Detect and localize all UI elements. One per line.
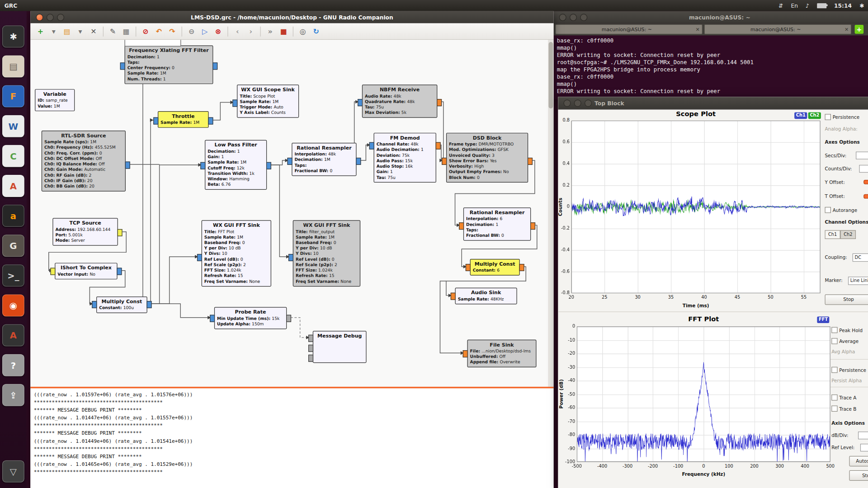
input-port-gray[interactable] <box>308 335 313 342</box>
flowgraph-block-probe-rate[interactable]: Probe RateMin Update Time (ms): 15kUpdat… <box>214 307 287 329</box>
output-port-blue[interactable] <box>208 117 213 125</box>
output-port-orange[interactable] <box>437 99 442 106</box>
input-port-blue[interactable] <box>358 99 363 106</box>
print-button[interactable]: ▦ <box>121 26 132 37</box>
flowgraph-block-multiply-const-2[interactable]: Multiply ConstConstant: 6 <box>470 259 520 276</box>
trash-icon[interactable]: ▽ <box>2 460 24 483</box>
terminal-tab-2[interactable]: macunion@ASUS: ~ ✕ <box>704 24 852 34</box>
network-arrows-icon[interactable]: ⇵ <box>778 3 783 9</box>
canvas-vscrollbar[interactable] <box>548 40 553 387</box>
input-port-blue[interactable] <box>369 142 374 150</box>
input-port-blue[interactable] <box>197 254 202 261</box>
flowgraph-block-wx-gui-scope-sink[interactable]: WX GUI Scope SinkTitle: Scope PlotSample… <box>237 84 299 117</box>
input-port-blue[interactable] <box>288 158 292 165</box>
back-button[interactable]: ‹ <box>232 26 243 37</box>
db-div-input[interactable] <box>858 432 868 439</box>
output-port-orange[interactable] <box>436 142 441 150</box>
output-port-orange[interactable] <box>528 158 533 165</box>
input-port-orange[interactable] <box>466 264 471 271</box>
ch1-legend-badge[interactable]: Ch1 <box>794 113 807 119</box>
new-dropdown-icon[interactable]: ▾ <box>48 26 59 37</box>
terminal-output[interactable]: base_rx: c0ff0000mmap()ERROR writing to … <box>553 35 868 99</box>
trace-a-checkbox[interactable]: Trace A <box>831 394 856 400</box>
generate-button[interactable]: ▷ <box>199 26 210 37</box>
tab-close-icon[interactable]: ✕ <box>844 27 849 32</box>
audio-app-icon[interactable]: A <box>2 324 24 347</box>
input-port-orange[interactable] <box>442 158 447 165</box>
flowgraph-connection[interactable] <box>147 120 153 304</box>
flowgraph-connection[interactable] <box>147 165 202 304</box>
flowgraph-block-rational-resampler-1[interactable]: Rational ResamplerInterpolation: 48kDeci… <box>292 143 356 176</box>
session-menu-icon[interactable]: ✱ <box>859 3 864 9</box>
flowgraph-block-tcp-source[interactable]: TCP SourceAddress: 192.168.60.144Port: 5… <box>52 218 118 245</box>
new-tab-button[interactable]: + <box>855 25 864 34</box>
fft-persistence-checkbox[interactable]: Persistence <box>831 367 866 373</box>
output-port-orange[interactable] <box>530 222 535 230</box>
output-port-orange[interactable] <box>519 264 524 271</box>
flowgraph-block-audio-sink[interactable]: Audio SinkSample Rate: 48KHz <box>455 288 517 305</box>
output-port-yellow[interactable] <box>118 229 123 236</box>
input-port-blue[interactable] <box>288 254 293 261</box>
undo-button[interactable]: ↶ <box>153 26 164 37</box>
output-port-blue[interactable] <box>117 268 122 275</box>
kill-button[interactable]: ■ <box>278 26 289 37</box>
grc-titlebar[interactable]: LMS-DSD.grc - /home/macunion/Desktop - G… <box>30 11 553 23</box>
input-port-orange[interactable] <box>451 293 456 300</box>
input-port-gray[interactable] <box>308 345 313 352</box>
input-port-gray[interactable] <box>308 355 313 362</box>
flowgraph-block-variable[interactable]: VariableID: samp_rateValue: 1M <box>35 89 75 111</box>
terminal-icon[interactable]: >_ <box>2 264 24 286</box>
amazon-icon[interactable]: a <box>2 205 24 227</box>
find-button[interactable]: ◎ <box>297 26 308 37</box>
flowgraph-block-file-sink[interactable]: File SinkFile: ...nion/Desktop/dsd-lmsUn… <box>467 340 536 367</box>
flowgraph-block-wx-gui-fft-sink-1[interactable]: WX GUI FFT SinkTitle: FFT PlotSample Rat… <box>202 220 271 286</box>
minimize-window-icon[interactable] <box>47 14 54 21</box>
flowgraph-block-ishort-to-complex[interactable]: IShort To ComplexVector Input: No <box>55 263 117 280</box>
flowgraph-block-wx-gui-fft-sink-2[interactable]: WX GUI FFT SinkTitle: filter_outputSampl… <box>293 220 360 286</box>
minimize-window-icon[interactable] <box>574 99 581 107</box>
new-flowgraph-button[interactable]: + <box>35 26 46 37</box>
counts-div-input[interactable] <box>859 165 868 173</box>
close-window-icon[interactable] <box>564 99 571 107</box>
input-port-blue[interactable] <box>210 315 215 322</box>
fft-legend-badge[interactable]: FFT <box>817 316 829 323</box>
open-dropdown-icon[interactable]: ▾ <box>75 26 85 37</box>
terminal-titlebar[interactable]: macunion@ASUS: ~ <box>553 11 868 23</box>
flowgraph-block-low-pass-filter[interactable]: Low Pass FilterDecimation: 1Gain: 1Sampl… <box>205 140 267 190</box>
impress-icon[interactable]: A <box>2 175 24 197</box>
input-port-orange[interactable] <box>463 350 468 357</box>
input-port-blue[interactable] <box>232 99 237 107</box>
peak-hold-checkbox[interactable]: Peak Hold <box>831 327 863 333</box>
input-port-blue[interactable] <box>200 162 205 169</box>
flowgraph-block-dsd-block[interactable]: DSD BlockFrame type: DMR/MOTOTRBOMod. Op… <box>446 133 528 183</box>
scope-stop-button[interactable]: Stop <box>825 294 868 305</box>
terminal-tab-1[interactable]: macunion@ASUS: ~ ✕ <box>555 24 703 34</box>
forward-button[interactable]: › <box>245 26 256 37</box>
scope-tab-ch2[interactable]: Ch2 <box>840 230 856 239</box>
scope-tab-ch1[interactable]: Ch1 <box>825 230 840 239</box>
files-icon[interactable]: ▤ <box>2 55 24 77</box>
flowgraph-connection[interactable] <box>437 102 443 160</box>
flowgraph-canvas[interactable]: VariableID: samp_rateValue: 1MFrequency … <box>30 40 548 387</box>
flowgraph-block-rtl-sdr-source[interactable]: RTL-SDR SourceSample Rate (sps): 1MCh0: … <box>42 131 126 192</box>
gimp-icon[interactable]: G <box>2 235 24 257</box>
tab-close-icon[interactable]: ✕ <box>696 27 700 32</box>
battery-icon[interactable] <box>817 3 826 8</box>
output-port-blue[interactable] <box>125 162 130 169</box>
input-port-blue[interactable] <box>92 301 97 308</box>
errors-button[interactable]: ⊘ <box>140 26 151 37</box>
sound-icon[interactable]: ♪ <box>806 3 809 9</box>
usb-drive-icon[interactable]: ⇪ <box>2 384 24 406</box>
t-offset-slider[interactable] <box>863 194 868 199</box>
ch2-legend-badge[interactable]: Ch2 <box>808 113 821 119</box>
open-button[interactable]: ▤ <box>61 26 72 37</box>
input-port-blue[interactable] <box>120 62 125 70</box>
input-port-yellow[interactable] <box>50 268 55 275</box>
close-button[interactable]: ✕ <box>88 26 99 37</box>
autoscale-button[interactable]: Autoscale <box>849 456 868 466</box>
grc-launcher-icon[interactable]: ✱ <box>2 25 24 47</box>
ref-level-input[interactable] <box>860 444 868 451</box>
close-window-icon[interactable] <box>36 14 43 21</box>
input-port-blue[interactable] <box>153 117 158 125</box>
autorange-checkbox[interactable]: Autorange <box>825 207 857 213</box>
